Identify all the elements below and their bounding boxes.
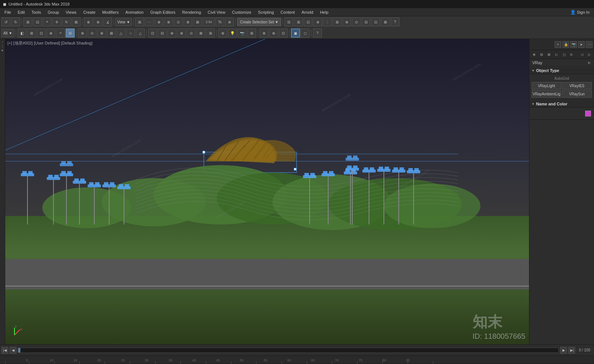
tool4[interactable]: ⊗ — [164, 17, 173, 26]
menu-file[interactable]: File — [1, 9, 14, 15]
vraylight-button[interactable]: VRayLight — [532, 82, 561, 89]
subobj-btn13[interactable]: △ — [136, 29, 145, 37]
tl-play-prev-button[interactable]: ◀ — [10, 347, 16, 354]
tl-play-next-button[interactable]: ▶ — [560, 347, 567, 354]
activeshade-button[interactable]: ⊠ — [381, 17, 390, 26]
subobj-btn19[interactable]: ⊠ — [196, 29, 205, 37]
vrayambient-button[interactable]: VRayAmbientLig — [532, 90, 561, 98]
menu-create[interactable]: Create — [80, 9, 98, 15]
rp-lock-btn[interactable]: 🔒 — [562, 41, 569, 48]
layer-button[interactable]: ⊡ — [304, 17, 313, 26]
zoom-field[interactable]: 2.5x — [203, 17, 215, 26]
menu-animation[interactable]: Animation — [123, 9, 147, 15]
wire-btn[interactable]: ⊞ — [247, 29, 256, 37]
subobj-btn15[interactable]: ⊟ — [158, 29, 167, 37]
tool6[interactable]: ⊕ — [183, 17, 192, 26]
tl-next-button[interactable]: ▶| — [568, 347, 575, 354]
move-button[interactable]: ✛ — [52, 17, 61, 26]
vraysun-button[interactable]: VRaySun — [562, 90, 592, 98]
timeline-track[interactable] — [18, 348, 559, 353]
render-button[interactable]: ⊡ — [371, 17, 380, 26]
rp-tab-create[interactable]: ⊕ — [531, 51, 538, 58]
tool8[interactable]: ⊕ — [225, 17, 234, 26]
subobj-btn12[interactable]: ○ — [126, 29, 135, 37]
menu-modifiers[interactable]: Modifiers — [99, 9, 122, 15]
menu-tools[interactable]: Tools — [29, 9, 44, 15]
light-btn[interactable]: 💡 — [228, 29, 237, 37]
subobj-btn18[interactable]: ⊙ — [187, 29, 196, 37]
subobj-btn2[interactable]: ⊞ — [27, 29, 36, 37]
rp-tab-hierarchy[interactable]: ⊞ — [546, 51, 552, 58]
display-btn[interactable]: ◼ — [291, 29, 300, 37]
mat-editor-button[interactable]: ⊕ — [342, 17, 351, 26]
subobj-btn20[interactable]: ⊞ — [206, 29, 215, 37]
color-swatch[interactable] — [585, 111, 591, 117]
name-color-section-header[interactable]: ▼ Name and Color — [529, 100, 594, 108]
rp-tab-modify[interactable]: ⊟ — [538, 51, 545, 58]
tool2[interactable]: ⋯ — [145, 17, 154, 26]
subobj-btn5[interactable]: ⌗ — [56, 29, 65, 37]
menu-rendering[interactable]: Rendering — [179, 9, 204, 15]
menu-arnold[interactable]: Arnold — [298, 9, 316, 15]
render-setup-button[interactable]: ⊙ — [352, 17, 361, 26]
vrayies-button[interactable]: VRayIES — [562, 82, 592, 89]
subobj-btn1[interactable]: ◧ — [17, 29, 26, 37]
subobj-btn6[interactable]: ⊞ — [66, 29, 75, 37]
create-selection-set-button[interactable]: Create Selection Set ▼ — [237, 18, 281, 26]
render-frame-button[interactable]: ⊟ — [362, 17, 371, 26]
snap3d-btn[interactable]: ⊕ — [269, 29, 278, 37]
snap-button[interactable]: ⊕ — [94, 17, 102, 26]
menu-graph-editors[interactable]: Graph Editors — [147, 9, 179, 15]
subobj-btn9[interactable]: ⊗ — [97, 29, 106, 37]
subobj-btn3[interactable]: ⊡ — [37, 29, 46, 37]
tool7[interactable]: ⊠ — [193, 17, 202, 26]
menu-customize[interactable]: Customize — [229, 9, 254, 15]
sign-in-button[interactable]: 👤 Sign In — [567, 9, 593, 16]
rp-more-btn[interactable]: ⋯ — [586, 41, 593, 48]
menu-scripting[interactable]: Scripting — [255, 9, 277, 15]
undo-button[interactable]: ↺ — [1, 17, 10, 26]
menu-content[interactable]: Content — [278, 9, 298, 15]
scene-canvas[interactable]: www.znzmo.com www.znzmo.com www.znzmo.co… — [5, 39, 529, 344]
viewport-area[interactable]: [+] [场景#002] [User Defined] [Default Sha… — [5, 39, 529, 344]
spinner-btn[interactable]: ⊡ — [279, 29, 288, 37]
rp-arrow-btn[interactable]: ➤ — [578, 41, 585, 48]
help-button[interactable]: ? — [391, 17, 399, 26]
tool5[interactable]: ⊙ — [174, 17, 183, 26]
rp-plus-btn[interactable]: + — [555, 41, 561, 48]
subobj-btn11[interactable]: △ — [117, 29, 125, 37]
help-toggle[interactable]: ? — [313, 29, 322, 37]
curve-editor-button[interactable]: ⋮ — [323, 17, 332, 26]
select-filter-button[interactable]: ⊡ — [33, 17, 42, 26]
scale-button[interactable]: ⊠ — [72, 17, 81, 26]
tool3[interactable]: ⊕ — [154, 17, 163, 26]
subobj-btn10[interactable]: ⊠ — [107, 29, 116, 37]
rp-tab-display[interactable]: ◻ — [561, 51, 567, 58]
rp-tab-utilities[interactable]: ⊙ — [568, 51, 575, 58]
rp-tab-extra1[interactable]: ◁ — [578, 51, 585, 58]
display-btn2[interactable]: ◻ — [301, 29, 310, 37]
select-button[interactable]: ⌖ — [43, 17, 52, 26]
redo-button[interactable]: ↻ — [11, 17, 20, 26]
schematic-button[interactable]: ⊞ — [333, 17, 342, 26]
render-type-btn[interactable]: ⊕ — [218, 29, 227, 37]
view-dropdown[interactable]: View ▼ — [115, 18, 132, 26]
subobj-btn17[interactable]: ⊗ — [177, 29, 186, 37]
menu-help[interactable]: Help — [317, 9, 332, 15]
object-type-section-header[interactable]: ▼ Object Type — [529, 67, 594, 74]
rp-tab-extra2[interactable]: ▷ — [586, 51, 593, 58]
angle-snap-button[interactable]: ∡ — [103, 17, 112, 26]
tl-prev-button[interactable]: |◀ — [1, 347, 8, 354]
group-button[interactable]: ⊕ — [313, 17, 322, 26]
mirror-button[interactable]: ⊟ — [284, 17, 293, 26]
rotate-button[interactable]: ↻ — [62, 17, 71, 26]
menu-views[interactable]: Views — [63, 9, 79, 15]
all-filter-dropdown[interactable]: All ▼ — [1, 29, 14, 37]
subobj-btn14[interactable]: ⊡ — [148, 29, 157, 37]
subobj-btn16[interactable]: ⊕ — [167, 29, 176, 37]
rp-tab-motion[interactable]: ▷ — [553, 51, 560, 58]
align-button[interactable]: ⊞ — [294, 17, 303, 26]
tool1[interactable]: ⊞ — [135, 17, 144, 26]
select-object-button[interactable]: ⊞ — [23, 17, 32, 26]
snap2d-btn[interactable]: ⊕ — [260, 29, 268, 37]
